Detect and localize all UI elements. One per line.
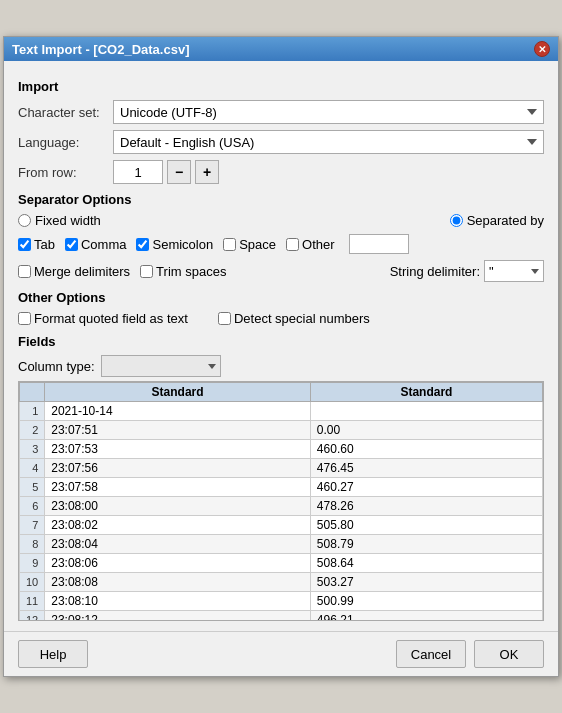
fixed-width-label: Fixed width [35, 213, 101, 228]
semicolon-checkbox-label[interactable]: Semicolon [136, 237, 213, 252]
col-b-cell [310, 402, 542, 421]
col-b-cell: 0.00 [310, 421, 542, 440]
fixed-width-radio[interactable] [18, 214, 31, 227]
table-row: 7 23:08:02 505.80 [20, 516, 543, 535]
col-type-select[interactable]: Standard Text Date Skip [101, 355, 221, 377]
col-b-cell: 460.27 [310, 478, 542, 497]
format-quoted-checkbox[interactable] [18, 312, 31, 325]
col-a-cell: 23:08:02 [45, 516, 311, 535]
separated-by-radio-label[interactable]: Separated by [450, 213, 544, 228]
row-num-cell: 1 [20, 402, 45, 421]
tab-checkbox[interactable] [18, 238, 31, 251]
fixed-width-radio-label[interactable]: Fixed width [18, 213, 101, 228]
dialog-body: Import Character set: Unicode (UTF-8) UT… [4, 61, 558, 631]
space-checkbox[interactable] [223, 238, 236, 251]
close-button[interactable]: ✕ [534, 41, 550, 57]
other-value-input[interactable] [349, 234, 409, 254]
space-checkbox-label[interactable]: Space [223, 237, 276, 252]
col-b-cell: 476.45 [310, 459, 542, 478]
table-row: 4 23:07:56 476.45 [20, 459, 543, 478]
col-type-row: Column type: Standard Text Date Skip [18, 355, 544, 377]
dialog: Text Import - [CO2_Data.csv] ✕ Import Ch… [3, 36, 559, 677]
from-row-label: From row: [18, 165, 113, 180]
table-row: 12 23:08:12 496.21 [20, 611, 543, 622]
comma-checkbox[interactable] [65, 238, 78, 251]
table-row: 3 23:07:53 460.60 [20, 440, 543, 459]
col-b-header: Standard [310, 383, 542, 402]
data-table-container: Standard Standard 1 2021-10-14 2 23:07:5… [18, 381, 544, 621]
sep-extra-row: Merge delimiters Trim spaces String deli… [18, 260, 544, 282]
col-a-cell: 23:08:04 [45, 535, 311, 554]
trim-spaces-checkbox[interactable] [140, 265, 153, 278]
row-num-cell: 6 [20, 497, 45, 516]
charset-select[interactable]: Unicode (UTF-8) UTF-16 Latin-1 ASCII [113, 100, 544, 124]
row-num-header [20, 383, 45, 402]
other-label: Other [302, 237, 335, 252]
from-row-input[interactable]: 1 [113, 160, 163, 184]
dialog-footer: Help Cancel OK [4, 631, 558, 676]
col-b-cell: 478.26 [310, 497, 542, 516]
ok-button[interactable]: OK [474, 640, 544, 668]
comma-checkbox-label[interactable]: Comma [65, 237, 127, 252]
merge-delimiters-checkbox[interactable] [18, 265, 31, 278]
trim-spaces-label[interactable]: Trim spaces [140, 264, 226, 279]
separator-options-section: Separator Options Fixed width Separated … [18, 192, 544, 282]
col-b-cell: 508.64 [310, 554, 542, 573]
col-a-cell: 23:08:00 [45, 497, 311, 516]
format-quoted-label[interactable]: Format quoted field as text [18, 311, 188, 326]
tab-checkbox-label[interactable]: Tab [18, 237, 55, 252]
separated-by-label: Separated by [467, 213, 544, 228]
separated-by-radio[interactable] [450, 214, 463, 227]
col-a-cell: 2021-10-14 [45, 402, 311, 421]
space-label: Space [239, 237, 276, 252]
from-row-decrement-button[interactable]: − [167, 160, 191, 184]
separator-options-title: Separator Options [18, 192, 544, 207]
col-b-cell: 500.99 [310, 592, 542, 611]
row-num-cell: 12 [20, 611, 45, 622]
col-b-cell: 508.79 [310, 535, 542, 554]
row-num-cell: 10 [20, 573, 45, 592]
col-a-cell: 23:08:12 [45, 611, 311, 622]
col-a-cell: 23:08:06 [45, 554, 311, 573]
merge-delimiters-label[interactable]: Merge delimiters [18, 264, 130, 279]
table-body: 1 2021-10-14 2 23:07:51 0.00 3 23:07:53 … [20, 402, 543, 622]
charset-row: Character set: Unicode (UTF-8) UTF-16 La… [18, 100, 544, 124]
detect-special-label[interactable]: Detect special numbers [218, 311, 370, 326]
col-a-cell: 23:07:51 [45, 421, 311, 440]
row-num-cell: 2 [20, 421, 45, 440]
table-row: 11 23:08:10 500.99 [20, 592, 543, 611]
table-header-row: Standard Standard [20, 383, 543, 402]
row-num-cell: 11 [20, 592, 45, 611]
other-checkbox[interactable] [286, 238, 299, 251]
col-type-label: Column type: [18, 359, 95, 374]
row-num-cell: 5 [20, 478, 45, 497]
detect-special-checkbox[interactable] [218, 312, 231, 325]
row-num-cell: 8 [20, 535, 45, 554]
detect-special-text: Detect special numbers [234, 311, 370, 326]
cancel-button[interactable]: Cancel [396, 640, 466, 668]
row-num-cell: 9 [20, 554, 45, 573]
col-a-cell: 23:07:56 [45, 459, 311, 478]
table-row: 9 23:08:06 508.64 [20, 554, 543, 573]
fields-title: Fields [18, 334, 544, 349]
tab-label: Tab [34, 237, 55, 252]
title-bar: Text Import - [CO2_Data.csv] ✕ [4, 37, 558, 61]
string-delimiter-select[interactable]: " ' None [484, 260, 544, 282]
comma-label: Comma [81, 237, 127, 252]
other-checkbox-label[interactable]: Other [286, 237, 335, 252]
row-num-cell: 4 [20, 459, 45, 478]
merge-delimiters-text: Merge delimiters [34, 264, 130, 279]
separator-radio-row: Fixed width Separated by [18, 213, 544, 228]
footer-right-buttons: Cancel OK [396, 640, 544, 668]
semicolon-checkbox[interactable] [136, 238, 149, 251]
trim-spaces-text: Trim spaces [156, 264, 226, 279]
from-row-row: From row: 1 − + [18, 160, 544, 184]
sep-checkbox-row: Tab Comma Semicolon Space Other [18, 234, 544, 254]
help-button[interactable]: Help [18, 640, 88, 668]
from-row-increment-button[interactable]: + [195, 160, 219, 184]
col-a-cell: 23:08:10 [45, 592, 311, 611]
language-select[interactable]: Default - English (USA) English (UK) Ger… [113, 130, 544, 154]
language-label: Language: [18, 135, 113, 150]
col-b-cell: 505.80 [310, 516, 542, 535]
table-row: 10 23:08:08 503.27 [20, 573, 543, 592]
